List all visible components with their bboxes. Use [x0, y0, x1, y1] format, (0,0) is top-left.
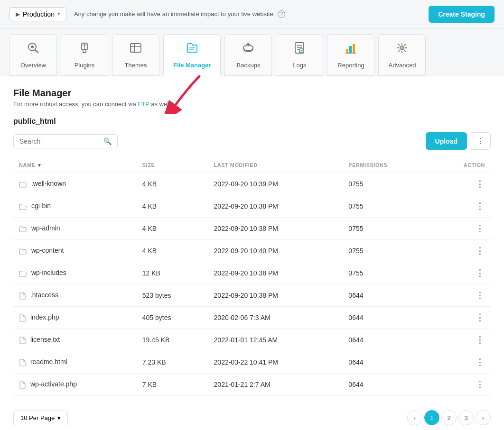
action-menu-button[interactable]: ⋮ [476, 224, 485, 233]
svg-rect-20 [346, 49, 348, 53]
upload-button[interactable]: Upload [426, 132, 467, 150]
search-box[interactable]: 🔍 [13, 134, 118, 148]
file-name-cell: wp-admin [13, 218, 137, 240]
table-row: wp-activate.php 7 KB 2021-01-21 2:7 AM 0… [13, 374, 491, 396]
file-name-cell: wp-content [13, 240, 137, 262]
file-action: ⋮ [432, 218, 491, 240]
tab-plugins[interactable]: Plugins [61, 34, 108, 76]
tab-overview[interactable]: Overview [9, 34, 57, 76]
file-table: NAME ▼ SIZE LAST MODIFIED PERMISSIONS AC… [13, 157, 491, 396]
tab-plugins-label: Plugins [75, 62, 95, 69]
file-size: 19.45 KB [137, 329, 208, 351]
table-footer: 10 Per Page ▾ ‹ 1 2 3 › [13, 405, 491, 430]
file-table-body: .well-known 4 KB 2022-09-20 10:39 PM 075… [13, 173, 491, 396]
page-subtitle: For more robust access, you can connect … [13, 101, 491, 108]
tab-overview-label: Overview [20, 62, 46, 69]
file-name: .htaccess [30, 291, 58, 299]
file-size: 405 bytes [137, 307, 208, 329]
production-label: Production [23, 10, 55, 18]
production-button[interactable]: ▶ Production ▾ [9, 7, 66, 21]
tab-file-manager-label: File Manager [173, 62, 211, 69]
tab-logs[interactable]: Logs [276, 34, 323, 76]
search-input[interactable] [19, 137, 100, 145]
page-1-button[interactable]: 1 [424, 410, 439, 425]
folder-icon [19, 269, 29, 276]
tab-file-manager[interactable]: File Manager [163, 34, 221, 76]
col-action: ACTION [432, 157, 491, 173]
file-name: license.txt [30, 336, 60, 343]
top-bar-message: Any change you make will have an immedia… [74, 10, 421, 18]
file-name-cell: license.txt [13, 329, 137, 351]
file-size: 12 KB [137, 262, 208, 284]
sort-icon[interactable]: ▼ [37, 163, 42, 168]
action-menu-button[interactable]: ⋮ [476, 201, 485, 211]
col-size: SIZE [137, 157, 208, 173]
tab-backups[interactable]: Backups [224, 34, 272, 76]
tab-advanced-label: Advanced [389, 62, 416, 69]
folder-icon [19, 224, 29, 232]
svg-line-2 [35, 50, 38, 53]
page-3-button[interactable]: 3 [458, 410, 474, 425]
file-icon [19, 313, 28, 321]
tab-reporting[interactable]: Reporting [327, 34, 374, 76]
chevron-down-icon: ▾ [57, 11, 60, 17]
table-row: index.php 405 bytes 2020-02-06 7:3 AM 06… [13, 307, 491, 329]
action-menu-button[interactable]: ⋮ [476, 335, 485, 345]
action-menu-button[interactable]: ⋮ [476, 291, 485, 300]
file-size: 7 KB [137, 374, 208, 396]
table-row: cgi-bin 4 KB 2022-09-20 10:38 PM 0755 ⋮ [13, 195, 491, 218]
file-date: 2022-09-20 10:38 PM [208, 195, 343, 218]
file-action: ⋮ [432, 329, 491, 351]
action-menu-button[interactable]: ⋮ [476, 380, 485, 389]
file-icon [19, 291, 28, 299]
tab-themes[interactable]: Themes [112, 34, 159, 76]
search-icon: 🔍 [103, 137, 112, 145]
nav-tabs: Overview Plugins Themes [0, 28, 504, 76]
per-page-button[interactable]: 10 Per Page ▾ [13, 411, 68, 425]
file-name: .well-known [31, 180, 66, 187]
file-date: 2022-09-20 10:40 PM [208, 240, 343, 262]
file-size: 523 bytes [137, 284, 208, 307]
action-menu-button[interactable]: ⋮ [476, 246, 485, 256]
next-page-button[interactable]: › [476, 410, 491, 425]
action-menu-button[interactable]: ⋮ [476, 179, 485, 189]
file-icon [19, 336, 28, 343]
prev-page-button[interactable]: ‹ [407, 410, 422, 425]
filemanager-icon [186, 41, 199, 58]
file-name: wp-admin [31, 224, 60, 232]
ftp-link[interactable]: FTP [138, 101, 149, 108]
tab-themes-label: Themes [125, 62, 147, 69]
more-options-button[interactable]: ⋮ [471, 132, 491, 150]
directory-path: public_html [13, 117, 491, 126]
action-menu-button[interactable]: ⋮ [476, 313, 485, 322]
overview-icon [27, 41, 40, 58]
action-menu-button[interactable]: ⋮ [476, 268, 485, 278]
file-size: 4 KB [137, 218, 208, 240]
tab-advanced[interactable]: Advanced [378, 34, 426, 76]
file-permissions: 0644 [343, 329, 432, 351]
col-last-modified: LAST MODIFIED [208, 157, 343, 173]
action-menu-button[interactable]: ⋮ [476, 357, 485, 367]
file-permissions: 0755 [343, 218, 432, 240]
table-row: .well-known 4 KB 2022-09-20 10:39 PM 075… [13, 173, 491, 195]
page-2-button[interactable]: 2 [441, 410, 457, 425]
file-action: ⋮ [432, 307, 491, 329]
file-action: ⋮ [432, 195, 491, 218]
info-icon[interactable]: ? [278, 10, 285, 18]
svg-rect-9 [131, 44, 135, 52]
file-permissions: 0755 [343, 195, 432, 218]
table-row: readme.html 7.23 KB 2022-03-22 10:41 PM … [13, 351, 491, 374]
create-staging-button[interactable]: Create Staging [429, 6, 495, 23]
pagination: ‹ 1 2 3 › [407, 410, 491, 425]
file-name: wp-activate.php [30, 380, 77, 388]
folder-icon [19, 180, 29, 187]
toolbar-actions: Upload ⋮ [426, 132, 491, 150]
advanced-icon [395, 41, 409, 58]
file-size: 4 KB [137, 195, 208, 218]
folder-icon [19, 247, 29, 254]
file-date: 2022-09-20 10:38 PM [208, 262, 343, 284]
table-row: wp-admin 4 KB 2022-09-20 10:38 PM 0755 ⋮ [13, 218, 491, 240]
top-bar: ▶ Production ▾ Any change you make will … [0, 0, 504, 28]
folder-icon [19, 202, 29, 210]
svg-point-6 [83, 45, 84, 46]
